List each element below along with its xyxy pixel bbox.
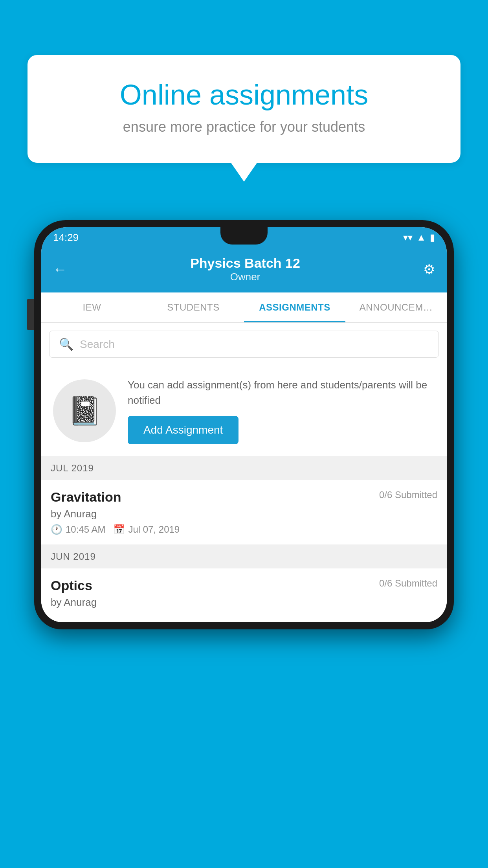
assignment-optics[interactable]: Optics 0/6 Submitted by Anurag bbox=[41, 568, 447, 622]
app-header: ← Physics Batch 12 Owner ⚙ bbox=[41, 248, 447, 292]
assignment-date-gravitation: 📅 Jul 07, 2019 bbox=[113, 524, 180, 535]
assignment-submitted-optics: 0/6 Submitted bbox=[379, 578, 437, 589]
section-jun-2019: JUN 2019 bbox=[41, 545, 447, 568]
search-icon: 🔍 bbox=[59, 337, 73, 351]
assignment-name-gravitation: Gravitation bbox=[51, 489, 121, 505]
speech-bubble-area: Online assignments ensure more practice … bbox=[28, 55, 460, 163]
battery-icon: ▮ bbox=[430, 232, 435, 243]
tabs-bar: IEW STUDENTS ASSIGNMENTS ANNOUNCEM… bbox=[41, 292, 447, 323]
header-subtitle: Owner bbox=[190, 271, 300, 283]
tab-assignments[interactable]: ASSIGNMENTS bbox=[244, 292, 345, 322]
assignment-time-text: 10:45 AM bbox=[66, 524, 105, 535]
search-container: 🔍 Search bbox=[41, 323, 447, 366]
assignment-time-gravitation: 🕐 10:45 AM bbox=[51, 524, 105, 535]
clock-icon: 🕐 bbox=[51, 524, 62, 535]
search-bar[interactable]: 🔍 Search bbox=[49, 331, 439, 358]
assignment-top: Gravitation 0/6 Submitted bbox=[51, 489, 437, 505]
bubble-subtitle: ensure more practice for your students bbox=[51, 119, 437, 135]
section-jun-label: JUN 2019 bbox=[51, 551, 96, 562]
assignment-name-optics: Optics bbox=[51, 578, 92, 593]
status-icons: ▾▾ ▲ ▮ bbox=[403, 232, 435, 243]
content-area: 🔍 Search 📓 You can add assignment(s) fro… bbox=[41, 323, 447, 622]
header-title: Physics Batch 12 bbox=[190, 256, 300, 271]
tab-announcements[interactable]: ANNOUNCEM… bbox=[345, 292, 447, 322]
phone-screen: 14:29 ▾▾ ▲ ▮ ← Physics Batch 12 Owner ⚙ … bbox=[41, 227, 447, 622]
header-center: Physics Batch 12 Owner bbox=[190, 256, 300, 283]
section-jul-2019: JUL 2019 bbox=[41, 456, 447, 480]
search-placeholder: Search bbox=[80, 338, 115, 351]
assignment-top-optics: Optics 0/6 Submitted bbox=[51, 578, 437, 593]
wifi-icon: ▾▾ bbox=[403, 232, 413, 243]
signal-icon: ▲ bbox=[416, 232, 426, 243]
promo-text: You can add assignment(s) from here and … bbox=[128, 377, 435, 408]
phone-container: 14:29 ▾▾ ▲ ▮ ← Physics Batch 12 Owner ⚙ … bbox=[34, 220, 454, 868]
notebook-icon: 📓 bbox=[68, 395, 102, 427]
status-bar: 14:29 ▾▾ ▲ ▮ bbox=[41, 227, 447, 248]
settings-icon[interactable]: ⚙ bbox=[423, 261, 435, 277]
section-jul-label: JUL 2019 bbox=[51, 463, 94, 473]
speech-bubble: Online assignments ensure more practice … bbox=[28, 55, 460, 163]
assignment-by-optics: by Anurag bbox=[51, 596, 437, 609]
tab-students[interactable]: STUDENTS bbox=[143, 292, 244, 322]
assignment-date-text: Jul 07, 2019 bbox=[128, 524, 180, 535]
calendar-icon: 📅 bbox=[113, 524, 125, 535]
assignment-gravitation[interactable]: Gravitation 0/6 Submitted by Anurag 🕐 10… bbox=[41, 480, 447, 545]
tab-iew[interactable]: IEW bbox=[41, 292, 143, 322]
assignment-submitted-gravitation: 0/6 Submitted bbox=[379, 489, 437, 500]
promo-section: 📓 You can add assignment(s) from here an… bbox=[41, 366, 447, 456]
add-assignment-button[interactable]: Add Assignment bbox=[128, 416, 238, 444]
back-button[interactable]: ← bbox=[53, 261, 67, 278]
promo-content: You can add assignment(s) from here and … bbox=[128, 377, 435, 444]
phone-outer: 14:29 ▾▾ ▲ ▮ ← Physics Batch 12 Owner ⚙ … bbox=[34, 220, 454, 629]
assignment-by-gravitation: by Anurag bbox=[51, 508, 437, 520]
promo-icon-circle: 📓 bbox=[53, 379, 116, 442]
status-time: 14:29 bbox=[53, 232, 79, 244]
bubble-title: Online assignments bbox=[51, 79, 437, 111]
notch bbox=[220, 227, 268, 245]
assignment-meta-gravitation: 🕐 10:45 AM 📅 Jul 07, 2019 bbox=[51, 524, 437, 535]
